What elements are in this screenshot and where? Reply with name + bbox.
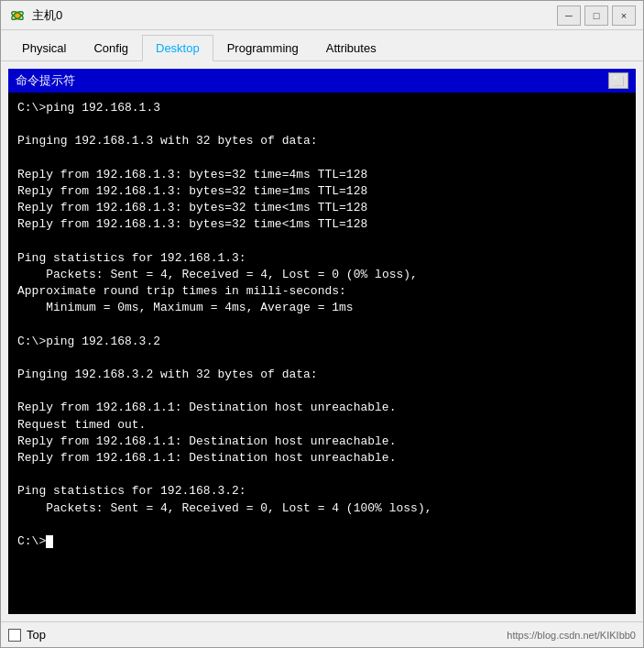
top-checkbox[interactable]: [8, 629, 21, 642]
cmd-header-title: 命令提示符: [16, 72, 75, 89]
terminal-cursor: [46, 535, 53, 548]
cmd-expand-button[interactable]: ⬜: [608, 72, 628, 89]
tab-attributes[interactable]: Attributes: [312, 35, 390, 61]
tab-programming[interactable]: Programming: [213, 35, 312, 61]
close-button[interactable]: ×: [612, 5, 636, 26]
svg-point-3: [16, 13, 20, 17]
terminal-wrapper: C:\>ping 192.168.1.3 Pinging 192.168.1.3…: [8, 93, 636, 614]
window-controls: ─ □ ×: [557, 5, 636, 26]
footer: Top https://blog.csdn.net/KIKIbb0: [1, 621, 643, 647]
tab-config[interactable]: Config: [80, 35, 142, 61]
minimize-button[interactable]: ─: [557, 5, 581, 26]
app-icon: [8, 6, 27, 25]
footer-link: https://blog.csdn.net/KIKIbb0: [507, 630, 636, 641]
terminal[interactable]: C:\>ping 192.168.1.3 Pinging 192.168.1.3…: [8, 93, 636, 614]
window-title: 主机0: [32, 7, 557, 24]
footer-left: Top: [8, 628, 46, 642]
title-bar: 主机0 ─ □ ×: [1, 1, 643, 30]
tab-bar: Physical Config Desktop Programming Attr…: [1, 30, 643, 61]
cmd-header: 命令提示符 ⬜: [8, 69, 636, 93]
top-label: Top: [27, 628, 46, 642]
main-window: 主机0 ─ □ × Physical Config Desktop Progra…: [0, 0, 644, 648]
tab-desktop[interactable]: Desktop: [142, 35, 213, 61]
maximize-button[interactable]: □: [584, 5, 608, 26]
content-area: 命令提示符 ⬜ C:\>ping 192.168.1.3 Pinging 192…: [1, 61, 643, 621]
tab-physical[interactable]: Physical: [8, 35, 80, 61]
